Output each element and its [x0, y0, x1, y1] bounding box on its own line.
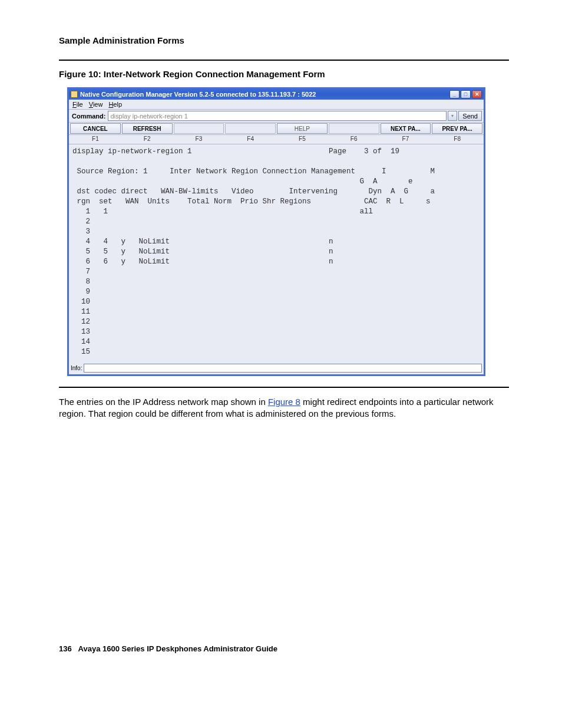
info-bar: Info:	[69, 363, 484, 374]
help-button[interactable]: HELP	[277, 123, 328, 134]
command-input[interactable]	[108, 111, 447, 121]
body-paragraph: The entries on the IP Address network ma…	[59, 396, 509, 420]
prev-page-button[interactable]: PREV PA...	[432, 123, 482, 134]
maximize-button[interactable]: □	[461, 90, 471, 98]
divider	[59, 387, 509, 388]
fkey-f4: F4	[225, 136, 276, 142]
page-number: 136	[59, 644, 72, 653]
fkey-f8: F8	[432, 136, 482, 142]
figure-link[interactable]: Figure 8	[268, 397, 300, 407]
close-button[interactable]: ✕	[472, 90, 482, 98]
menubar: File View Help	[69, 100, 484, 110]
section-title: Sample Administration Forms	[59, 35, 509, 45]
menu-file[interactable]: File	[72, 101, 83, 108]
command-bar: Command: ▾ Send	[69, 110, 484, 123]
figure-caption: Figure 10: Inter-Network Region Connecti…	[59, 69, 509, 79]
menu-help[interactable]: Help	[108, 101, 122, 108]
app-window: Native Configuration Manager Version 5.2…	[67, 87, 485, 376]
toolbar: CANCEL REFRESH HELP NEXT PA... PREV PA..…	[69, 123, 484, 135]
menu-view[interactable]: View	[89, 101, 103, 108]
cancel-button[interactable]: CANCEL	[70, 123, 121, 134]
fkey-f1: F1	[70, 136, 121, 142]
info-label: Info:	[71, 365, 82, 371]
info-field[interactable]	[84, 364, 482, 373]
fkey-f5: F5	[277, 136, 328, 142]
refresh-button[interactable]: REFRESH	[122, 123, 173, 134]
window-title: Native Configuration Manager Version 5.2…	[80, 91, 449, 98]
next-page-button[interactable]: NEXT PA...	[381, 123, 431, 134]
send-button[interactable]: Send	[458, 111, 482, 121]
body-text-pre: The entries on the IP Address network ma…	[59, 397, 268, 407]
divider	[59, 60, 509, 61]
page-footer: 136 Avaya 1600 Series IP Deskphones Admi…	[59, 644, 509, 653]
titlebar: Native Configuration Manager Version 5.2…	[69, 89, 484, 100]
fkey-f6: F6	[329, 136, 379, 142]
fkey-f3: F3	[174, 136, 224, 142]
f6-button[interactable]	[329, 123, 379, 134]
footer-title: Avaya 1600 Series IP Deskphones Administ…	[78, 644, 277, 653]
fkey-f2: F2	[122, 136, 173, 142]
minimize-button[interactable]: _	[449, 90, 459, 98]
command-label: Command:	[71, 113, 107, 120]
f3-button[interactable]	[174, 123, 224, 134]
fkey-row: F1 F2 F3 F4 F5 F6 F7 F8	[69, 135, 484, 144]
f4-button[interactable]	[225, 123, 276, 134]
command-history-dropdown[interactable]: ▾	[448, 111, 457, 121]
terminal-output: display ip-network-region 1 Page 3 of 19…	[69, 144, 484, 363]
app-icon	[71, 91, 78, 98]
fkey-f7: F7	[381, 136, 431, 142]
